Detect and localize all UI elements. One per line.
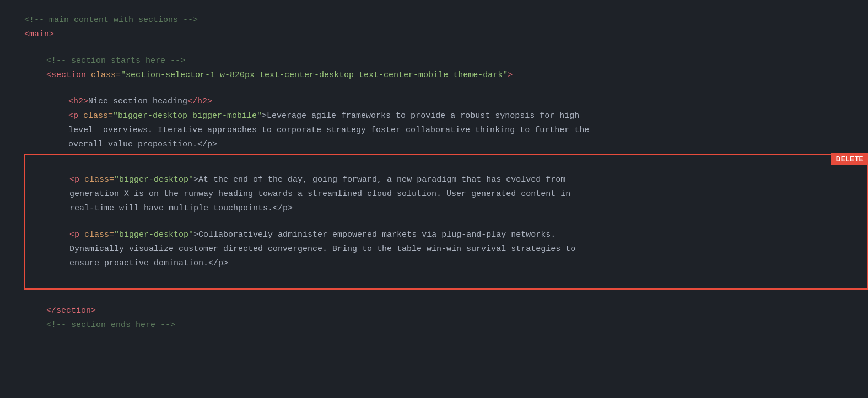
p2-text-1: >At the end of the day, going forward, a… [193, 173, 565, 187]
p2-attr-name: class= [84, 173, 114, 187]
tag-main-open: <main> [24, 28, 54, 42]
p3-text-1: >Collaboratively administer empowered ma… [193, 228, 556, 242]
p2-text-2: generation X is on the runway heading to… [69, 187, 570, 201]
selected-code-block: <p class="bigger-desktop">At the end of … [24, 154, 868, 290]
p3-attr-value: "bigger-desktop" [114, 228, 193, 242]
p1-attr-name: class= [83, 109, 113, 123]
code-line-comment-main: <!-- main content with sections --> [24, 13, 868, 28]
comment-section-starts: <!-- section starts here --> [46, 54, 185, 68]
tag-section-bracket: > [508, 68, 513, 83]
tag-p3-open: <p [69, 228, 84, 242]
code-line-empty-1 [24, 42, 868, 54]
code-line-p1-line3: overall value proposition.</p> [24, 138, 868, 152]
p3-text-3: ensure proactive domination.</p> [69, 257, 228, 271]
code-line-empty-3 [25, 161, 867, 173]
p3-attr-name: class= [84, 228, 114, 242]
selected-block-wrapper: DELETE <p class="bigger-desktop">At the … [24, 154, 868, 290]
tag-section-close: </section> [46, 304, 96, 318]
tag-h2-close: </h2> [187, 95, 212, 109]
attr-class-value: "section-selector-1 w-820px text-center-… [121, 68, 508, 83]
code-line-p3-open: <p class="bigger-desktop">Collaborativel… [25, 228, 867, 242]
comment-main: <!-- main content with sections --> [24, 13, 198, 28]
code-line-section-close: </section> [24, 304, 868, 318]
p1-text-3: overall value proposition.</p> [68, 138, 217, 152]
code-line-empty-5 [25, 271, 867, 283]
p1-attr-value: "bigger-desktop bigger-mobile" [113, 109, 262, 123]
code-line-comment-section-starts: <!-- section starts here --> [24, 54, 868, 68]
code-line-section-open: <section class="section-selector-1 w-820… [24, 68, 868, 83]
code-line-empty-6 [24, 292, 868, 304]
code-line-p1-open: <p class="bigger-desktop bigger-mobile">… [24, 109, 868, 123]
p3-text-2: Dynamically visualize customer directed … [69, 242, 575, 257]
code-line-main-open: <main> [24, 28, 868, 42]
code-editor: <!-- main content with sections --> <mai… [13, 13, 868, 385]
code-line-p2-line2: generation X is on the runway heading to… [25, 187, 867, 201]
code-line-empty-4 [25, 216, 867, 228]
code-line-p3-line2: Dynamically visualize customer directed … [25, 242, 867, 257]
tag-h2-open: <h2> [68, 95, 88, 109]
tag-p1-open: <p [68, 109, 83, 123]
tag-p2-open: <p [69, 173, 84, 187]
code-line-empty-2 [24, 83, 868, 95]
p1-text-2: level overviews. Iterative approaches to… [68, 123, 589, 138]
delete-button[interactable]: DELETE [831, 153, 868, 165]
p2-text-3: real-time will have multiple touchpoints… [69, 201, 293, 216]
code-line-p2-line3: real-time will have multiple touchpoints… [25, 201, 867, 216]
p1-text-1: >Leverage agile frameworks to provide a … [262, 109, 579, 123]
code-line-h2: <h2>Nice section heading</h2> [24, 95, 868, 109]
h2-text: Nice section heading [88, 95, 187, 109]
p2-attr-value: "bigger-desktop" [114, 173, 193, 187]
code-line-p3-line3: ensure proactive domination.</p> [25, 257, 867, 271]
attr-class-name: class= [91, 68, 121, 83]
tag-section-open: <section [46, 68, 91, 83]
code-line-p2-open: <p class="bigger-desktop">At the end of … [25, 173, 867, 187]
code-line-comment-section-ends: <!-- section ends here --> [24, 318, 868, 332]
code-line-p1-line2: level overviews. Iterative approaches to… [24, 123, 868, 138]
comment-section-ends: <!-- section ends here --> [46, 318, 175, 332]
